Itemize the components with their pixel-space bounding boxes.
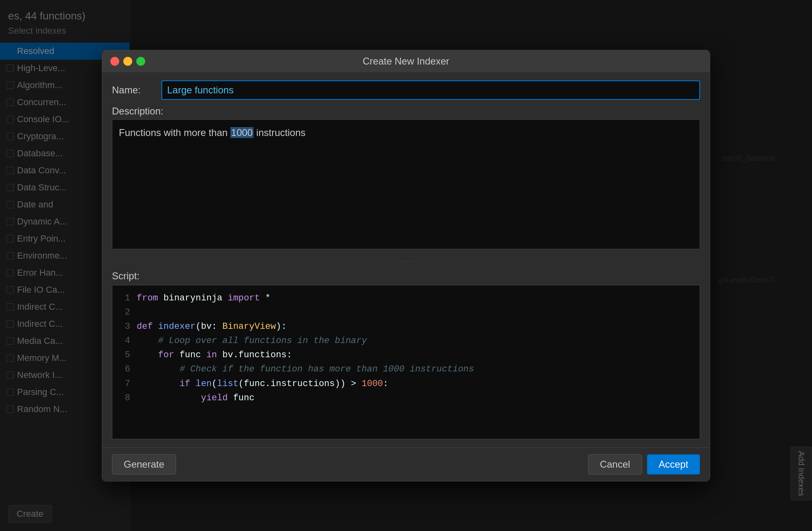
close-button[interactable] [110,57,119,66]
modal-overlay: Create New Indexer Name: Description: Fu… [0,0,812,531]
code-content-1: from binaryninja import * [137,291,693,305]
line-num-2: 2 [119,305,130,319]
modal-titlebar: Create New Indexer [102,50,710,72]
desc-text-before: Functions with more than [119,127,230,138]
line-num-6: 6 [119,362,130,376]
desc-highlight: 1000 [230,127,253,138]
description-area[interactable]: Functions with more than 1000 instructio… [112,119,700,249]
footer-left: Generate [112,454,176,475]
code-line-6: 6 # Check if the function has more than … [119,362,693,376]
code-line-2: 2 [119,305,693,319]
code-editor[interactable]: 1 from binaryninja import * 2 3 [112,285,700,439]
name-label: Name: [112,84,157,96]
code-content-7: if len(list(func.instructions)) > 1000: [137,377,693,391]
description-label: Description: [112,106,700,117]
code-line-8: 8 yield func [119,391,693,405]
description-section: Description: Functions with more than 10… [112,106,700,249]
code-line-5: 5 for func in bv.functions: [119,348,693,362]
create-indexer-modal: Create New Indexer Name: Description: Fu… [102,50,710,481]
traffic-lights [110,57,145,66]
code-content-8: yield func [137,391,693,405]
minimize-button[interactable] [123,57,132,66]
code-content-5: for func in bv.functions: [137,348,693,362]
code-line-3: 3 def indexer(bv: BinaryView): [119,319,693,334]
accept-button[interactable]: Accept [647,454,700,475]
desc-text-after: instructions [253,127,305,138]
cancel-button[interactable]: Cancel [588,454,642,475]
code-line-1: 1 from binaryninja import * [119,291,693,305]
maximize-button[interactable] [136,57,145,66]
modal-footer: Generate Cancel Accept [102,447,710,481]
line-num-3: 3 [119,319,130,334]
code-line-7: 7 if len(list(func.instructions)) > 1000… [119,377,693,391]
code-content-6: # Check if the function has more than 10… [137,362,693,376]
name-input[interactable] [161,80,700,100]
code-content-3: def indexer(bv: BinaryView): [137,319,693,334]
code-content-2 [137,305,693,319]
line-num-7: 7 [119,377,130,391]
line-num-4: 4 [119,334,130,348]
generate-button[interactable]: Generate [112,454,176,475]
divider-handle[interactable]: ...... [112,255,700,265]
code-content-4: # Loop over all functions in the binary [137,334,693,348]
footer-right: Cancel Accept [588,454,700,475]
code-line-4: 4 # Loop over all functions in the binar… [119,334,693,348]
line-num-5: 5 [119,348,130,362]
script-label: Script: [112,270,700,282]
modal-title: Create New Indexer [363,56,449,67]
script-section: Script: 1 from binaryninja import * 2 [112,270,700,439]
name-field-row: Name: [112,80,700,100]
modal-body: Name: Description: Functions with more t… [102,72,710,447]
line-num-1: 1 [119,291,130,305]
line-num-8: 8 [119,391,130,405]
